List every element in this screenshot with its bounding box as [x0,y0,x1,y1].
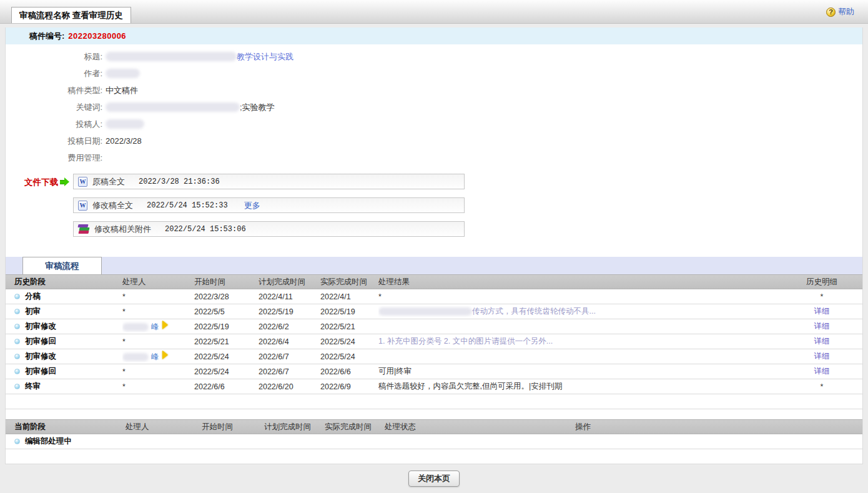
detail-link[interactable]: 详细 [814,322,830,331]
redacted-title [106,52,237,61]
word-doc-icon: W [78,201,87,211]
detail-link[interactable]: 详细 [814,367,830,376]
table-row-chushen-xiugai-2: 初审修改 峰 2022/5/24 2022/6/7 2022/5/24 详细 [6,349,862,364]
green-arrow-right-icon [60,177,69,186]
type-value: 中文稿件 [106,85,138,96]
close-page-button[interactable]: 关闭本页 [408,471,460,487]
downloads-list: W 原稿全文 2022/3/28 21:36:36 W 修改稿全文 2022/5… [73,174,465,237]
help-label: 帮助 [838,6,854,17]
downloads-label: 文件下载 [24,174,73,237]
meta-row-type: 稿件类型: 中文稿件 [6,82,862,99]
current-stage-name: 编辑部处理中 [25,436,72,447]
col-current-stage: 当前阶段 [6,422,126,432]
file-name[interactable]: 修改稿相关附件 [94,224,151,235]
date-label: 投稿日期: [6,136,106,147]
tab-review-process[interactable]: 审稿流程 [22,257,102,274]
file-name[interactable]: 原稿全文 [92,176,125,187]
downloads-section: 文件下载 W 原稿全文 2022/3/28 21:36:36 W 修改稿全文 2… [6,169,862,237]
meta-row-title: 标题: 教学设计与实践 [6,48,862,65]
file-timestamp: 2022/3/28 21:36:36 [139,177,220,186]
redacted-handler [122,353,149,361]
col-plan: 计划完成时间 [264,422,325,432]
page-title-tab: 审稿流程名称 查看审理历史 [11,7,131,23]
stage-name: 初审修回 [25,336,56,347]
file-row-revised[interactable]: W 修改稿全文 2022/5/24 15:52:33 更多 [73,197,465,213]
col-operation: 操作 [575,422,862,432]
fee-label: 费用管理: [6,152,106,164]
col-actual: 实际完成时间 [325,422,385,432]
file-row-attachment[interactable]: 修改稿相关附件 2022/5/24 15:53:06 [73,221,465,237]
stage-bullet-icon [14,369,20,374]
col-handler: 处理人 [122,277,194,287]
title-label: 标题: [6,51,106,62]
date-value: 2022/3/28 [106,136,142,146]
stage-name: 初审修改 [25,321,56,332]
history-table-header: 历史阶段 处理人 开始时间 计划完成时间 实际完成时间 处理结果 历史明细 [6,274,862,289]
col-actual: 实际完成时间 [320,277,378,287]
meta-row-date: 投稿日期: 2022/3/28 [6,132,862,149]
word-doc-icon: W [78,177,87,187]
col-detail: 历史明细 [781,277,862,287]
manuscript-id-value: 202203280006 [68,31,126,41]
table-row-chushen-xiuhui-2: 初审修回 * 2022/5/24 2022/6/7 2022/6/6 可用|终审… [6,364,862,379]
file-timestamp: 2022/5/24 15:53:06 [165,225,246,234]
stage-bullet-icon [14,384,20,389]
keywords-label: 关键词: [6,102,106,113]
detail-link[interactable]: 详细 [814,352,830,361]
rar-archive-icon [78,224,89,234]
col-start: 开始时间 [202,422,264,432]
handler-name-link[interactable]: 峰 [151,322,159,331]
manuscript-id-band: 稿件编号: 202203280006 [6,27,862,44]
redacted-submitter [106,119,144,129]
current-table-header: 当前阶段 处理人 开始时间 计划完成时间 实际完成时间 处理状态 操作 [6,419,862,434]
meta-row-keywords: 关键词: ;实验教学 [6,99,862,116]
manuscript-id-label: 稿件编号: [29,31,64,42]
play-arrow-icon[interactable] [162,321,168,329]
stage-bullet-icon [14,439,20,444]
col-stage: 历史阶段 [6,277,122,287]
redacted-author [106,69,140,78]
meta-row-author: 作者: [6,65,862,82]
table-row-fengao: 分稿 * 2022/3/28 2022/4/11 2022/4/1 * * [6,289,862,304]
stage-bullet-icon [14,354,20,359]
table-row-zhongshen: 终审 * 2022/6/6 2022/6/20 2022/6/9 稿件选题较好，… [6,379,862,394]
top-bar: 审稿流程名称 查看审理历史 ? 帮助 [0,0,868,24]
redacted-handler [122,323,149,331]
table-row-chushen-xiuhui-1: 初审修回 * 2022/5/21 2022/6/4 2022/5/24 1. 补… [6,334,862,349]
file-timestamp: 2022/5/24 15:52:33 [147,201,228,210]
main-content: 稿件编号: 202203280006 标题: 教学设计与实践 作者: 稿件类型:… [5,27,863,464]
table-gap [6,409,862,419]
file-row-original[interactable]: W 原稿全文 2022/3/28 21:36:36 [73,174,465,189]
table-row-chushen-xiugai-1: 初审修改 峰 2022/5/19 2022/6/2 2022/5/21 详细 [6,319,862,334]
table-row-chushen: 初审 * 2022/5/5 2022/5/19 2022/5/19 传动方式，具… [6,304,862,319]
stage-bullet-icon [14,309,20,314]
stage-name: 分稿 [25,291,41,302]
stage-bullet-icon [14,294,20,299]
col-plan: 计划完成时间 [259,277,320,287]
handler-name-link[interactable]: 峰 [151,352,159,361]
type-label: 稿件类型: [6,85,106,96]
history-empty-row [6,394,862,409]
help-link[interactable]: ? 帮助 [826,6,854,17]
redacted-result [378,307,472,316]
manuscript-meta: 标题: 教学设计与实践 作者: 稿件类型: 中文稿件 关键词: ;实验教学 投稿… [6,44,862,169]
page-footer: 关闭本页 [0,464,868,493]
detail-link[interactable]: 详细 [814,307,830,316]
keywords-value: ;实验教学 [240,102,275,113]
help-question-icon: ? [826,7,836,17]
current-empty-row [6,449,862,464]
more-link[interactable]: 更多 [244,200,260,211]
author-label: 作者: [6,68,106,79]
stage-name: 初审修改 [25,351,56,362]
title-link[interactable]: 教学设计与实践 [237,51,293,62]
stage-name: 终审 [25,381,41,392]
meta-row-submitter: 投稿人: [6,116,862,132]
stage-name: 初审 [25,306,41,317]
current-stage-row: 编辑部处理中 [6,434,862,449]
process-tab-bar: 审稿流程 [6,257,862,274]
play-arrow-icon[interactable] [162,351,168,359]
detail-link[interactable]: 详细 [814,337,830,346]
file-name[interactable]: 修改稿全文 [92,200,133,211]
col-start: 开始时间 [194,277,259,287]
col-status: 处理状态 [385,422,575,432]
